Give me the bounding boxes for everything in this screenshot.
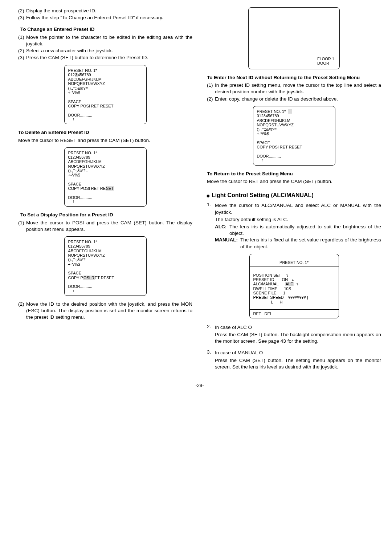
lc-3: 3. In case of MANUAL O Press the CAM (SE… [207,349,381,371]
enter-2: (2)Enter, copy, change or delete the ID … [207,96,381,102]
change-1: (1)Move the pointer to the character to … [18,34,192,47]
enter-arrow-icon: ↴ [286,274,289,277]
heading-return: To Return to the Preset Setting Menu [207,171,381,177]
osd-a: PRESET NO. 1* 0123456789 ABCDEFGHIJKLM N… [64,65,147,125]
heading-change: To Change an Entered Preset ID [18,26,192,33]
page-number: -29- [18,382,381,389]
item-3: (3)Follow the step "To Change an Entered… [18,15,192,21]
heading-setpos: To Set a Display Position for a Preset I… [18,212,192,218]
lc-2: 2. In case of ALC O Press the CAM (SET) … [207,323,381,346]
osd-c-highlight: OSI R [83,276,95,280]
heading-delete: To Delete an Entered Preset ID [18,129,192,136]
enter-arrow-icon: ↴ [291,278,294,282]
change-2: (2)Select a new character with the joyst… [18,48,192,54]
osd-b-highlight: SET [106,186,114,191]
osd-a-highlight: 3 [75,73,78,77]
osd-floor: FLOOR 1 DOOR [248,7,340,69]
enter-arrow-icon: ↴ [296,282,299,286]
enter-1: (1)In the preset ID setting menu, move t… [207,82,381,95]
change-3: (3)Press the CAM (SET) button to determi… [18,54,192,61]
osd-c: PRESET NO. 1* 0123456789 ABCDEFGHIJKLM N… [64,236,147,296]
item-2: (2)Display the most prospective ID. [18,8,192,14]
section-light-control: ●Light Control Setting (ALC/MANUAL) [206,191,381,200]
osd-alc-highlight: ALC [285,282,294,286]
set-1: (1)Move the cursor to POSI and press the… [18,220,192,233]
arrow-up-icon: ↑ [73,117,75,121]
osd-preset-menu: PRESET NO. 1* POSITION SET ↴ PRESET ID O… [249,254,339,318]
heading-enter: To Enter the Next ID without Returning t… [207,74,381,81]
delete-text: Move the cursor to RESET and press the C… [18,137,192,144]
arrow-up-icon: ↑ [73,199,75,203]
osd-ret-del: RET DEL [250,309,339,318]
lc-1: 1. Move the cursor to ALC/MANUAL and sel… [207,201,381,250]
def-alc: ALC: The lens iris is automatically adju… [215,224,381,237]
def-manual: MANUAL: The lens iris is fixed at the se… [215,237,381,250]
return-text: Move the cursor to RET and press the CAM… [207,178,381,185]
set-2: (2)Move the ID to the desired position w… [18,301,192,321]
arrow-up-icon: ↑ [261,158,264,162]
arrow-up-icon: ↑ [73,288,75,293]
osd-preset-title: PRESET NO. 1* [250,258,339,266]
bullet-icon: ● [206,192,210,199]
osd-d: PRESET NO. 1* 0123456789 ABCDEFGHIJKLM N… [253,106,335,166]
osd-d-highlight [288,109,292,114]
osd-b: PRESET NO. 1* 0123456789 ABCDEFGHIJKLM N… [64,147,147,207]
